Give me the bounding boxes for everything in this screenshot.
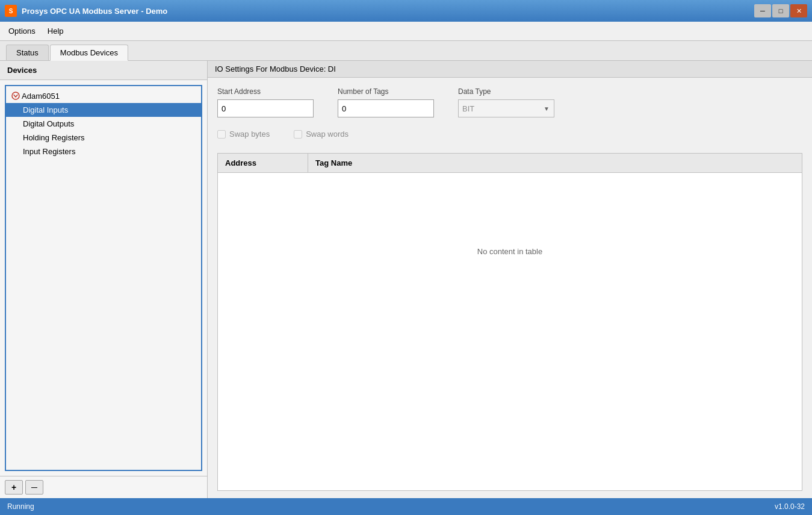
title-bar: S Prosys OPC UA Modbus Server - Demo ─ □…: [0, 0, 812, 22]
checkboxes-row: Swap bytes Swap words: [217, 130, 802, 139]
start-address-label: Start Address: [217, 87, 314, 96]
app-icon: S: [5, 5, 17, 17]
sidebar-buttons: + ─: [0, 476, 207, 498]
data-type-label: Data Type: [458, 87, 554, 96]
add-device-button[interactable]: +: [5, 480, 23, 495]
status-text: Running: [7, 502, 34, 511]
remove-device-button[interactable]: ─: [25, 480, 43, 495]
swap-bytes-label: Swap bytes: [229, 130, 270, 139]
close-button[interactable]: ✕: [790, 4, 807, 17]
content-area: Devices Adam6051 Digital Inputs: [0, 61, 812, 498]
swap-words-group: Swap words: [294, 130, 349, 139]
data-type-group: Data Type BIT: [458, 87, 554, 117]
tree-item-input-registers[interactable]: Input Registers: [6, 145, 201, 158]
restore-button[interactable]: □: [772, 4, 789, 17]
menu-options[interactable]: Options: [2, 24, 42, 38]
swap-words-label: Swap words: [306, 130, 349, 139]
table-header-tag-name: Tag Name: [308, 154, 802, 172]
io-settings-header: IO Settings For Modbus Device: DI: [208, 61, 812, 78]
status-bar: Running v1.0.0-32: [0, 498, 812, 515]
menu-help[interactable]: Help: [42, 24, 70, 38]
tree-root-label: Adam6051: [22, 92, 60, 101]
title-bar-controls: ─ □ ✕: [754, 4, 807, 17]
sidebar: Devices Adam6051 Digital Inputs: [0, 61, 208, 498]
data-table: Address Tag Name No content in table: [217, 153, 802, 491]
tab-status[interactable]: Status: [6, 45, 49, 60]
tree-item-digital-outputs[interactable]: Digital Outputs: [6, 117, 201, 131]
tree-child-label-1: Digital Outputs: [23, 119, 74, 128]
number-of-tags-label: Number of Tags: [338, 87, 434, 96]
title-bar-left: S Prosys OPC UA Modbus Server - Demo: [5, 5, 167, 17]
start-address-input[interactable]: [217, 99, 314, 117]
minimize-button[interactable]: ─: [754, 4, 771, 17]
menu-bar: Options Help: [0, 22, 812, 41]
data-type-select[interactable]: BIT: [458, 99, 554, 117]
table-header-address: Address: [218, 154, 308, 172]
fields-row: Start Address Number of Tags Data Type B…: [217, 87, 802, 117]
sidebar-header: Devices: [0, 61, 207, 80]
tabs-bar: Status Modbus Devices: [0, 41, 812, 61]
svg-point-0: [12, 92, 19, 99]
swap-bytes-group: Swap bytes: [217, 130, 270, 139]
tree-node-adam6051[interactable]: Adam6051: [6, 89, 201, 103]
tree-child-label-2: Holding Registers: [23, 133, 85, 142]
tree-item-holding-registers[interactable]: Holding Registers: [6, 131, 201, 145]
table-header: Address Tag Name: [218, 154, 802, 173]
sidebar-tree: Adam6051 Digital Inputs Digital Outputs …: [5, 85, 202, 471]
right-panel: IO Settings For Modbus Device: DI Start …: [208, 61, 812, 498]
data-type-select-wrapper: BIT: [458, 99, 554, 117]
version-text: v1.0.0-32: [775, 502, 805, 511]
tree-item-digital-inputs[interactable]: Digital Inputs: [6, 103, 201, 117]
table-empty-message: No content in table: [218, 173, 802, 329]
tab-modbus-devices[interactable]: Modbus Devices: [50, 45, 128, 61]
swap-words-checkbox[interactable]: [294, 130, 302, 139]
tree-child-label-3: Input Registers: [23, 147, 75, 156]
number-of-tags-input[interactable]: [338, 99, 434, 117]
tree-child-label-0: Digital Inputs: [23, 105, 68, 114]
main-container: Status Modbus Devices Devices Adam6051: [0, 41, 812, 498]
tree-expand-icon[interactable]: [11, 91, 20, 101]
app-title: Prosys OPC UA Modbus Server - Demo: [22, 7, 167, 16]
number-of-tags-group: Number of Tags: [338, 87, 434, 117]
swap-bytes-checkbox[interactable]: [217, 130, 226, 139]
start-address-group: Start Address: [217, 87, 314, 117]
